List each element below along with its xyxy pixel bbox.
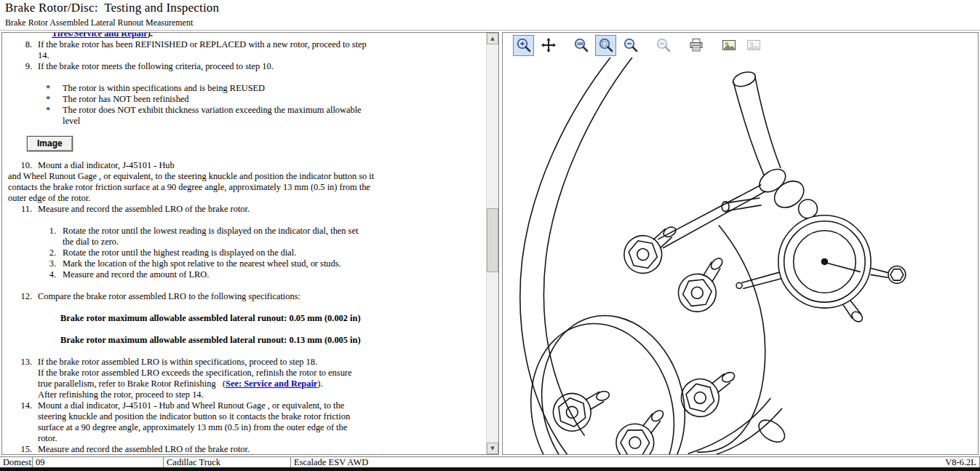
spec-runout-1: Brake rotor maximum allowable assembled …: [8, 313, 486, 324]
tires-service-link[interactable]: Tires/Service and Repair: [52, 33, 148, 39]
hub-bore-depth: [512, 308, 692, 454]
image-button[interactable]: Image: [27, 136, 73, 151]
status-bar: Domestic #11 1982-2012 Q3-12 09 Cadillac…: [0, 456, 980, 468]
brake-rotor-illustration[interactable]: [503, 58, 978, 454]
bullet-marker: *: [46, 94, 53, 105]
status-segment: Cadillac Truck: [164, 457, 291, 468]
status-segment: 09: [33, 457, 164, 468]
image-capture-icon[interactable]: [718, 35, 739, 56]
step-11: 11. Measure and record the assembled LRO…: [8, 204, 486, 215]
zoom-out-full-icon: [653, 35, 674, 56]
status-segment: Escalade ESV AWD: [291, 457, 942, 468]
step-9: 9. If the brake rotor meets the followin…: [8, 61, 486, 72]
criteria-item: * The rotor is within specifications and…: [8, 83, 486, 94]
procedure-document: Tires/Service and Repair). 8. If the bra…: [2, 33, 486, 454]
bullet-marker: *: [46, 83, 53, 94]
scroll-up-button[interactable]: ▲: [487, 33, 498, 44]
rotor-inner-arc: [543, 58, 632, 435]
hub-bore: [523, 300, 703, 454]
print-icon[interactable]: [685, 35, 706, 56]
wheel-stud: [621, 218, 679, 278]
procedure-text-panel: Tires/Service and Repair). 8. If the bra…: [1, 32, 499, 455]
step-13: 13. If the brake rotor assembled LRO is …: [8, 357, 486, 400]
hub-face-edge: [697, 226, 765, 452]
zoom-out-icon[interactable]: [620, 35, 641, 56]
clamp: [770, 175, 809, 213]
step-8: 8. If the brake rotor has been REFINISHE…: [8, 39, 486, 61]
step-10-continuation: and Wheel Runout Gage , or equivalent, t…: [8, 171, 375, 204]
spec-runout-2: Brake rotor maximum allowable assembled …: [8, 335, 486, 346]
page-title: Brake Rotor/Disc: Testing and Inspection: [5, 1, 219, 15]
service-and-repair-link[interactable]: See: Service and Repair: [226, 379, 317, 389]
criteria-list: * The rotor is within specifications and…: [8, 83, 486, 127]
illustration-panel: 100: [502, 32, 979, 455]
support-arm: [755, 77, 781, 167]
wheel-stud: [677, 360, 738, 424]
step-14: 14. Mount a dial indicator, J-45101 - Hu…: [8, 400, 486, 444]
substep-item: 4. Measure and record the amount of LRO.: [8, 269, 486, 280]
bottom-taskbar-strip: [0, 467, 980, 471]
status-segment: Domestic #11 1982-2012 Q3-12: [0, 457, 33, 468]
rotor-dial-indicator-drawing: [503, 58, 978, 454]
image-export-icon: [743, 35, 764, 56]
measurement-substeps: 1. Rotate the rotor until the lowest rea…: [8, 226, 486, 280]
bullet-marker: *: [46, 105, 53, 127]
wheel-stud: [675, 256, 730, 314]
pan-icon[interactable]: [538, 35, 559, 56]
zoom-fit-icon[interactable]: [595, 35, 616, 56]
step-15: 15. Measure and record the assembled LRO…: [8, 444, 486, 454]
step-12: 12. Compare the brake rotor assembled LR…: [8, 291, 486, 302]
substep-item: 3. Mark the location of the high spot re…: [8, 258, 486, 269]
clamp: [755, 165, 789, 197]
wheel-stud: [616, 408, 665, 454]
criteria-item: * The rotor has NOT been refinished: [8, 94, 486, 105]
clipped-text-line: Tires/Service and Repair).: [8, 33, 486, 39]
page-header: Brake Rotor/Disc: Testing and Inspection…: [0, 0, 980, 31]
mount-rod: [658, 185, 761, 240]
criteria-item: * The rotor does NOT exhibit thickness v…: [8, 105, 486, 127]
scrollbar-thumb[interactable]: [487, 208, 498, 272]
probe-tip: [736, 282, 742, 288]
zoom-in-icon[interactable]: [513, 35, 534, 56]
arm-cap: [731, 69, 757, 89]
wheel-stud: [548, 373, 613, 441]
zoom-100-icon[interactable]: 100: [570, 35, 591, 56]
substep-item: 2. Rotate the rotor until the highest re…: [8, 248, 486, 258]
dial-center: [821, 258, 827, 264]
step-10: 10. Mount a dial indicator, J-45101 - Hu…: [8, 160, 486, 171]
svg-text:100: 100: [576, 41, 583, 46]
image-toolbar: 100: [503, 33, 978, 58]
scroll-down-button[interactable]: ▼: [487, 443, 498, 454]
page-subtitle: Brake Rotor Assembled Lateral Runout Mea…: [5, 17, 193, 28]
substep-item: 1. Rotate the rotor until the lowest rea…: [8, 226, 486, 248]
probe-stem: [744, 278, 783, 288]
status-segment: V8-6.2L: [942, 457, 980, 468]
vertical-scrollbar[interactable]: ▲ ▼: [486, 33, 498, 454]
